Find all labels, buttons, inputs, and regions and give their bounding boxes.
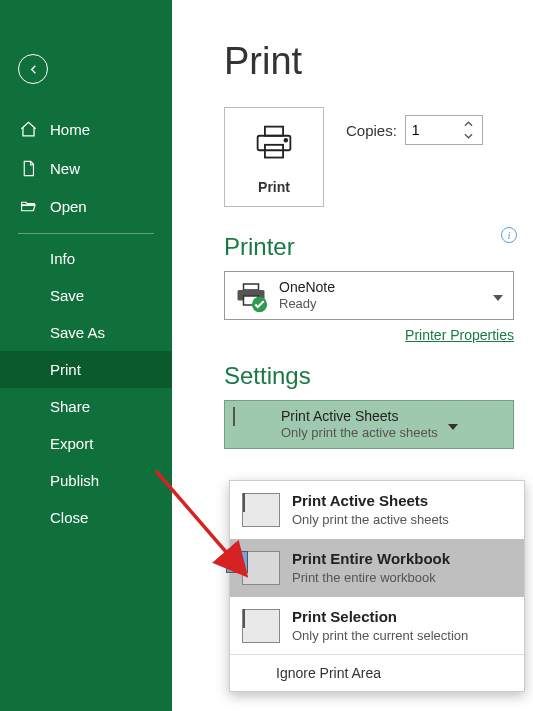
nav-print[interactable]: Print: [0, 351, 172, 388]
folder-open-icon: [18, 198, 38, 215]
nav-separator: [18, 233, 154, 234]
document-icon: [18, 159, 38, 178]
option-text: Print Entire Workbook Print the entire w…: [292, 549, 450, 587]
option-sub: Print the entire workbook: [292, 569, 450, 587]
nav-new-label: New: [50, 160, 80, 177]
copies-decrement[interactable]: [464, 130, 473, 142]
chevron-down-icon: [464, 133, 473, 139]
svg-rect-1: [258, 136, 291, 151]
copies-group: Copies:: [346, 115, 483, 145]
nav-share[interactable]: Share: [0, 388, 172, 425]
nav-new[interactable]: New: [0, 149, 172, 188]
nav-publish[interactable]: Publish: [0, 462, 172, 499]
nav-info-label: Info: [50, 250, 75, 267]
print-button[interactable]: Print: [224, 107, 324, 207]
option-print-active-sheets[interactable]: Print Active Sheets Only print the activ…: [230, 481, 524, 539]
svg-rect-2: [265, 145, 283, 158]
page-title: Print: [224, 40, 523, 83]
option-ignore-print-area[interactable]: Ignore Print Area: [230, 654, 524, 691]
svg-rect-0: [265, 127, 283, 136]
chevron-up-icon: [464, 121, 473, 127]
printer-dropdown-text: OneNote Ready: [279, 278, 335, 313]
sheet-grid-icon: [242, 493, 280, 527]
svg-point-3: [284, 139, 287, 142]
check-badge-icon: [251, 296, 268, 313]
option-print-selection[interactable]: Print Selection Only print the current s…: [230, 597, 524, 655]
nav-info[interactable]: Info: [0, 240, 172, 277]
option-text: Print Active Sheets Only print the activ…: [292, 491, 449, 529]
settings-section: Settings Print Active Sheets Only print …: [224, 362, 523, 449]
option-text: Print Selection Only print the current s…: [292, 607, 468, 645]
copies-increment[interactable]: [464, 118, 473, 130]
nav-secondary: Info Save Save As Print Share Export Pub…: [0, 240, 172, 536]
nav-open-label: Open: [50, 198, 87, 215]
dropdown-arrow-icon: [448, 416, 458, 434]
option-title: Print Selection: [292, 607, 468, 627]
option-title: Print Active Sheets: [292, 491, 449, 511]
printer-large-icon: [252, 123, 296, 167]
workbook-grid-icon: [242, 551, 280, 585]
print-what-text: Print Active Sheets Only print the activ…: [281, 407, 438, 442]
nav-close[interactable]: Close: [0, 499, 172, 536]
back-arrow-icon: [26, 62, 41, 77]
nav-save[interactable]: Save: [0, 277, 172, 314]
printer-properties-row: Printer Properties: [224, 326, 514, 344]
option-title: Print Entire Workbook: [292, 549, 450, 569]
printer-dropdown[interactable]: OneNote Ready: [224, 271, 514, 320]
selection-grid-icon: [242, 609, 280, 643]
dropdown-arrow-icon: [493, 287, 503, 305]
nav-close-label: Close: [50, 509, 88, 526]
option-print-entire-workbook[interactable]: Print Entire Workbook Print the entire w…: [230, 539, 524, 597]
svg-rect-4: [244, 284, 259, 290]
print-what-sub: Only print the active sheets: [281, 425, 438, 442]
print-what-title: Print Active Sheets: [281, 407, 438, 425]
nav-save-label: Save: [50, 287, 84, 304]
nav-share-label: Share: [50, 398, 90, 415]
backstage-sidebar: Home New Open Info Save Save As Print Sh…: [0, 0, 172, 711]
print-button-label: Print: [258, 179, 290, 195]
nav-open[interactable]: Open: [0, 188, 172, 225]
nav-saveas[interactable]: Save As: [0, 314, 172, 351]
printer-properties-link[interactable]: Printer Properties: [405, 327, 514, 343]
copies-spinner[interactable]: [405, 115, 483, 145]
option-sub: Only print the current selection: [292, 627, 468, 645]
nav-print-label: Print: [50, 361, 81, 378]
app-root: Home New Open Info Save Save As Print Sh…: [0, 0, 533, 711]
printer-heading: Printer: [224, 233, 523, 261]
spinner-buttons: [458, 118, 480, 142]
nav-home[interactable]: Home: [0, 110, 172, 149]
copies-input[interactable]: [406, 118, 458, 142]
printer-status-icon: [233, 282, 269, 310]
nav-home-label: Home: [50, 121, 90, 138]
printer-info-icon[interactable]: i: [501, 227, 517, 243]
back-button[interactable]: [18, 54, 48, 84]
home-icon: [18, 120, 38, 139]
printer-section: i Printer OneNote Ready: [224, 233, 523, 344]
nav-publish-label: Publish: [50, 472, 99, 489]
option-sub: Only print the active sheets: [292, 511, 449, 529]
print-what-options-panel: Print Active Sheets Only print the activ…: [229, 480, 525, 692]
printer-name: OneNote: [279, 278, 335, 296]
nav-saveas-label: Save As: [50, 324, 105, 341]
sheet-grid-icon: [233, 408, 271, 442]
nav-export-label: Export: [50, 435, 93, 452]
nav-export[interactable]: Export: [0, 425, 172, 462]
nav-primary: Home New Open: [0, 110, 172, 225]
copies-label: Copies:: [346, 122, 397, 139]
print-row: Print Copies:: [224, 107, 523, 207]
print-what-dropdown[interactable]: Print Active Sheets Only print the activ…: [224, 400, 514, 449]
settings-heading: Settings: [224, 362, 523, 390]
option-footer-label: Ignore Print Area: [276, 665, 381, 681]
printer-status: Ready: [279, 296, 335, 313]
